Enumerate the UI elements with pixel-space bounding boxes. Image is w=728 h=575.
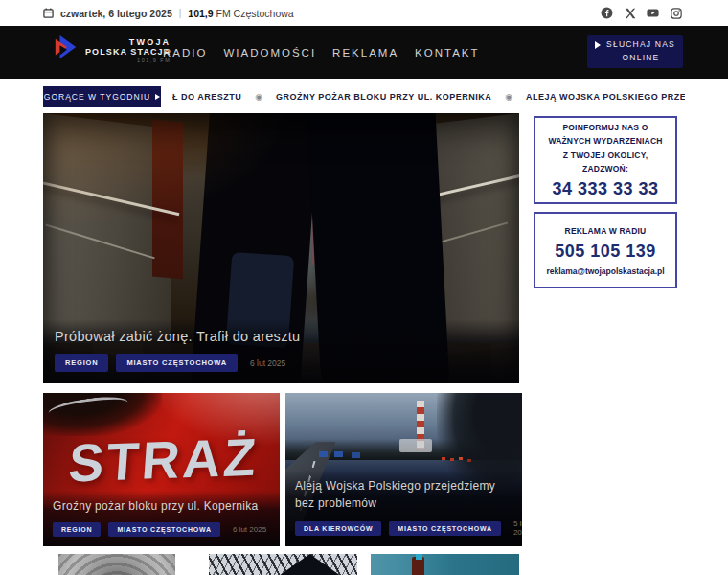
article-thumbnail[interactable] [209, 554, 357, 575]
facebook-icon[interactable] [601, 7, 613, 19]
advertising-phone-number[interactable]: 505 105 139 [555, 242, 656, 262]
ticker-item[interactable]: GROŹNY POŻAR BLOKU PRZY UL. KOPERNIKA [276, 92, 491, 102]
station-frequency: 101,9 FM Częstochowa [188, 8, 293, 19]
main-navigation: TWOJA POLSKA STACJA 101,9 FM RADIO WIADO… [0, 26, 728, 79]
station-logo-icon [53, 34, 80, 66]
category-tag[interactable]: DLA KIEROWCÓW [295, 521, 381, 536]
article-card-caption: Groźny pożar bloku przy ul. Kopernika RE… [43, 491, 280, 546]
article-card-title[interactable]: Aleją Wojska Polskiego przejedziemy bez … [295, 478, 512, 512]
ticker-item[interactable]: Ł DO ARESZTU [172, 92, 241, 102]
ticker-separator-icon: ◉ [255, 92, 262, 102]
social-links [601, 0, 682, 26]
topbar: czwartek, 6 lutego 2025 | 101,9 FM Częst… [0, 0, 728, 26]
news-ticker: GORĄCE W TYGODNIU Ł DO ARESZTU ◉ GROŹNY … [0, 86, 728, 107]
advertising-box: REKLAMA W RADIU 505 105 139 reklama@twoj… [534, 212, 677, 288]
topbar-separator: | [179, 8, 182, 18]
contact-info-text: POINFORMUJ NAS O WAŻNYCH WYDARZENIACH Z … [545, 121, 666, 174]
advertising-title: REKLAMA W RADIU [565, 224, 647, 238]
play-icon [595, 41, 601, 49]
youtube-icon[interactable] [647, 7, 659, 19]
page: czwartek, 6 lutego 2025 | 101,9 FM Częst… [0, 0, 728, 575]
article-card-fire[interactable]: STRAŻ Groźny pożar bloku przy ul. Kopern… [43, 393, 280, 546]
nav-menu: RADIO WIADOMOŚCI REKLAMA KONTAKT [163, 26, 480, 79]
topbar-date-frequency: czwartek, 6 lutego 2025 | 101,9 FM Częst… [43, 0, 294, 26]
article-card-title[interactable]: Groźny pożar bloku przy ul. Kopernika [53, 498, 270, 515]
ticker-track: Ł DO ARESZTU ◉ GROŹNY POŻAR BLOKU PRZY U… [172, 86, 685, 107]
category-tag[interactable]: MIASTO CZĘSTOCHOWA [389, 521, 501, 536]
article-date: 6 lut 2025 [250, 358, 285, 368]
ticker-arrow-icon [155, 94, 160, 100]
fire-truck-lettering: STRAŻ [43, 426, 280, 495]
featured-article-caption: Próbował zabić żonę. Trafił do aresztu R… [43, 319, 519, 383]
article-thumbnail[interactable] [58, 554, 175, 575]
station-logo-text: TWOJA POLSKA STACJA 101,9 FM [85, 37, 171, 63]
article-card-traffic[interactable]: Aleją Wojska Polskiego przejedziemy bez … [285, 393, 522, 546]
ticker-separator-icon: ◉ [505, 92, 512, 102]
featured-article[interactable]: Próbował zabić żonę. Trafił do aresztu R… [43, 113, 519, 383]
nav-item-reklama[interactable]: REKLAMA [332, 47, 398, 58]
nav-item-wiadomosci[interactable]: WIADOMOŚCI [223, 47, 316, 58]
category-tag[interactable]: REGION [55, 354, 108, 372]
article-card-caption: Aleją Wojska Polskiego przejedziemy bez … [285, 471, 522, 546]
x-twitter-icon[interactable] [624, 7, 636, 19]
ticker-item[interactable]: ALEJĄ WOJSKA POLSKIEGO PRZEJEDZIEMY BEZ … [526, 92, 685, 102]
calendar-icon [43, 8, 54, 18]
contact-info-box: POINFORMUJ NAS O WAŻNYCH WYDARZENIACH Z … [534, 116, 677, 204]
featured-article-title[interactable]: Próbował zabić żonę. Trafił do aresztu [55, 329, 508, 344]
article-date: 6 lut 2025 [233, 525, 266, 534]
category-tag[interactable]: REGION [53, 522, 101, 537]
current-date: czwartek, 6 lutego 2025 [60, 8, 172, 19]
category-tag[interactable]: MIASTO CZĘSTOCHOWA [108, 522, 220, 537]
ticker-label: GORĄCE W TYGODNIU [43, 86, 161, 107]
nav-item-kontakt[interactable]: KONTAKT [415, 47, 479, 58]
nav-item-radio[interactable]: RADIO [163, 47, 207, 58]
instagram-icon[interactable] [670, 7, 682, 19]
article-date: 5 lut 2025 [513, 519, 522, 537]
station-logo[interactable]: TWOJA POLSKA STACJA 101,9 FM [53, 34, 171, 66]
category-tag[interactable]: MIASTO CZĘSTOCHOWA [116, 354, 238, 372]
article-thumbnail[interactable] [371, 554, 519, 575]
contact-phone-number[interactable]: 34 333 33 33 [552, 179, 658, 199]
advertising-email[interactable]: reklama@twojapolskastacja.pl [546, 266, 664, 276]
listen-online-button[interactable]: SŁUCHAJ NAS ONLINE [587, 35, 683, 68]
